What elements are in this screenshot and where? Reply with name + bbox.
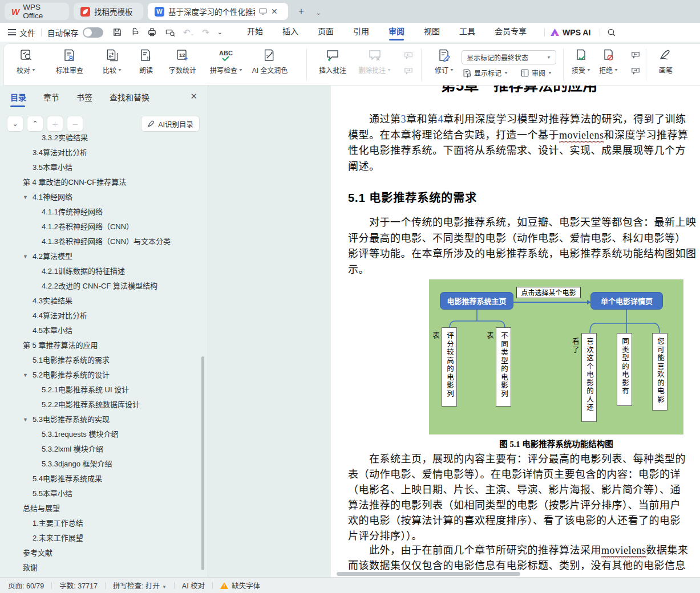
toc-item[interactable]: 4.2.1训练数据的特征描述	[0, 264, 202, 279]
menu-item-insert[interactable]: 插入	[273, 23, 308, 42]
toc-item[interactable]: ▼4.2算法模型	[0, 249, 202, 264]
tab-list-chevron-icon[interactable]: ⌄	[311, 6, 325, 19]
missing-font-warning[interactable]: 缺失字体	[232, 580, 260, 591]
track-changes-button[interactable]: 修订▼	[435, 48, 454, 75]
menu-item-page[interactable]: 页面	[308, 23, 343, 42]
status-bar: 页面: 60/79 字数: 37717 拼写检查: 打开▼ AI 校对 缺失字体	[0, 577, 700, 593]
toc-item[interactable]: 2.未来工作展望	[0, 531, 202, 546]
toc-item[interactable]: 4.5本章小结	[0, 323, 202, 338]
wps-ai-logo-icon	[551, 29, 559, 36]
toc-item[interactable]: 5.2.1电影推荐系统 UI 设计	[0, 383, 202, 397]
toc-item[interactable]: 4.1.3卷积神经网络（CNN）与文本分类	[0, 234, 202, 249]
review-pane-button[interactable]: 审阅▼	[520, 68, 552, 78]
toc-item[interactable]: ▼5.2电影推荐系统的设计	[0, 368, 202, 383]
print-icon[interactable]	[147, 27, 157, 37]
sidebar-tab-chapters[interactable]: 章节	[43, 91, 59, 107]
proofread-icon	[19, 48, 34, 63]
toc-expander-icon[interactable]: ▼	[23, 249, 28, 264]
toc-item[interactable]: 4.4算法对比分析	[0, 308, 202, 323]
file-menu-button[interactable]: 文件	[8, 27, 35, 38]
ai-polish-button[interactable]: AI 全文润色	[252, 48, 288, 75]
spell-check-button[interactable]: ABC 拼写检查▼	[210, 48, 243, 75]
toc-item[interactable]: 3.4算法对比分析	[0, 145, 202, 160]
tab-wps-office[interactable]: W WPS Office	[5, 3, 69, 20]
toc-item[interactable]: 5.4电影推荐系统成果	[0, 472, 202, 486]
word-count-indicator[interactable]: 字数: 37717	[59, 580, 98, 591]
toc-item[interactable]: 5.3.3django 框架介绍	[0, 457, 202, 472]
toc-expander-icon[interactable]: ▼	[23, 368, 28, 383]
accept-revision-button[interactable]: 接受▼	[572, 48, 591, 75]
page-indicator[interactable]: 页面: 60/79	[8, 580, 44, 591]
menu-item-view[interactable]: 视图	[414, 23, 450, 42]
new-tab-button[interactable]: +	[294, 5, 308, 18]
toc-next-button[interactable]: ⌄	[7, 116, 23, 132]
tab-docer-template[interactable]: 找稻壳模板	[74, 3, 143, 20]
menu-item-tools[interactable]: 工具	[450, 23, 485, 42]
insert-comment-button[interactable]: 插入批注	[319, 48, 346, 75]
word-count-button[interactable]: 12 字数统计	[169, 48, 196, 75]
toc-item[interactable]: 总结与展望	[0, 501, 202, 516]
export-pdf-icon[interactable]	[130, 27, 139, 37]
pen-icon	[658, 48, 673, 63]
toc-item[interactable]: 4.1.1传统神经网络	[0, 205, 202, 220]
screen-mode-icon[interactable]	[259, 8, 267, 15]
read-aloud-button[interactable]: 朗读	[139, 48, 153, 75]
reject-revision-button[interactable]: 拒绝▼	[599, 48, 618, 75]
markup-state-dropdown[interactable]: 显示标记的最终状态 ▼	[462, 50, 556, 64]
toc-item[interactable]: 3.3.2实验结果	[0, 133, 202, 145]
pen-button[interactable]: 画笔	[658, 48, 673, 75]
wps-ai-button[interactable]: WPS AI	[551, 28, 590, 37]
close-tab-icon[interactable]: ✕	[271, 7, 278, 16]
search-icon[interactable]	[607, 28, 616, 37]
toc-item[interactable]: 3.5本章小结	[0, 160, 202, 175]
menu-item-reference[interactable]: 引用	[343, 23, 379, 42]
toc-item[interactable]: 4.3实验结果	[0, 294, 202, 308]
menu-item-home[interactable]: 开始	[237, 23, 273, 42]
proofread-button[interactable]: 校对▼	[17, 48, 36, 75]
previous-comment-icon	[403, 51, 414, 60]
toc-item[interactable]: 参考文献	[0, 546, 202, 560]
sidebar-tab-bookmarks[interactable]: 书签	[76, 91, 92, 107]
toc-expander-icon[interactable]: ▼	[23, 412, 28, 427]
toc-item[interactable]: 5.3.1requests 模块介绍	[0, 427, 202, 442]
compare-button[interactable]: 比较▼	[103, 48, 122, 75]
show-markup-button[interactable]: 显示标记▼	[462, 68, 508, 78]
toc-item[interactable]: 5.5本章小结	[0, 486, 202, 501]
window-tab-bar: W WPS Office 找稻壳模板 W 基于深度学习的个性化推荐算 ✕ + ⌄	[0, 0, 700, 23]
toc-expander-icon[interactable]: ▼	[23, 190, 28, 205]
autosave-toggle[interactable]	[83, 27, 103, 38]
toc-item[interactable]: 致谢	[0, 560, 202, 575]
figure-detail-box: 单个电影详情页	[590, 292, 663, 310]
print-preview-icon[interactable]	[165, 27, 175, 37]
ai-proofread-button[interactable]: AI 校对	[182, 580, 205, 591]
toc-item[interactable]: 第 4 章改进的CNN-CF推荐算法	[0, 175, 202, 190]
sidebar-scrollbar-thumb[interactable]	[201, 356, 204, 570]
toc-item[interactable]: 5.2.2电影推荐系统数据库设计	[0, 397, 202, 412]
save-icon[interactable]	[112, 27, 122, 37]
sidebar-tab-contents[interactable]: 目录	[10, 91, 26, 107]
sidebar-close-icon[interactable]: ✕	[190, 91, 197, 101]
figure-5-1[interactable]: 电影推荐系统主页 单个电影详情页 点击选择某个电影 评分较高的电影列表不同类型的…	[429, 279, 683, 434]
toc-item[interactable]: 第 5 章推荐算法的应用	[0, 338, 202, 353]
standard-review-button[interactable]: 标准审查	[56, 48, 83, 75]
toc-item[interactable]: 4.2.2改进的 CNN-CF 算法模型结构	[0, 279, 202, 294]
toc-item[interactable]: 1.主要工作总结	[0, 516, 202, 531]
toc-item[interactable]: ▼5.3电影推荐系统的实现	[0, 412, 202, 427]
toc-item[interactable]: 5.1电影推荐系统的需求	[0, 353, 202, 368]
next-change-button[interactable]	[630, 67, 641, 76]
menu-item-member[interactable]: 会员专享	[485, 23, 536, 42]
toc-item[interactable]: 4.1.2卷积神经网络（CNN）	[0, 220, 202, 234]
previous-change-button[interactable]	[630, 51, 641, 60]
toc-item[interactable]: 5.3.2lxml 模块介绍	[0, 442, 202, 457]
tab-document[interactable]: W 基于深度学习的个性化推荐算 ✕	[148, 3, 288, 20]
toc-item[interactable]: ▼4.1神经网络	[0, 190, 202, 205]
ai-recognize-toc-button[interactable]: AI识别目录	[141, 116, 200, 132]
document-page[interactable]: 第5章 推荐算法的应用 通过第3章和第4章利用深度学习模型对推荐算法的研究，得到…	[331, 86, 700, 577]
horizontal-scrollbar-thumb[interactable]	[337, 572, 520, 576]
quickbar-chevron-icon[interactable]: ⌄	[217, 29, 222, 36]
menu-item-review[interactable]: 审阅	[379, 23, 414, 42]
spellcheck-indicator[interactable]: 拼写检查: 打开▼	[113, 580, 167, 591]
sidebar-tab-find-replace[interactable]: 查找和替换	[110, 91, 149, 107]
delete-comment-button: 删除批注▼	[358, 48, 391, 75]
toc-previous-button[interactable]: ⌃	[27, 116, 43, 132]
